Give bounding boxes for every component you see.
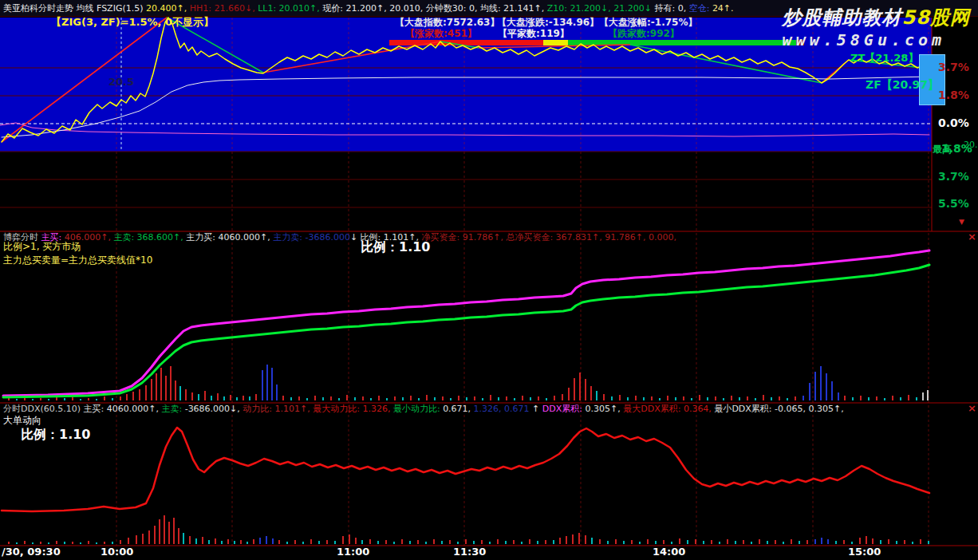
text-segment: 0.305↑,	[586, 404, 624, 414]
text-segment: 净买资金: 91.786↑,	[422, 232, 507, 243]
text-segment: 主卖:	[161, 404, 184, 414]
text-segment: 主力买: 4060.000↑,	[186, 232, 273, 243]
text-segment: 空仓:	[689, 3, 712, 14]
charts-overlay	[0, 0, 978, 560]
text-segment: 主买: 4060.000↑,	[84, 404, 162, 414]
text-segment: LL1: 20.010↑,	[258, 3, 322, 14]
text-segment: 最大DDX累积: 0.364,	[623, 404, 714, 414]
axis-minus-3-7: 3.7%	[938, 171, 969, 183]
text-segment: 368.600↑,	[137, 232, 187, 243]
text-segment: HH1: 21.660↓,	[190, 3, 258, 14]
axis-plus-3-7: 3.7%	[938, 61, 969, 73]
ddx-ratio-value: 比例：1.10	[21, 428, 90, 442]
ddx-close-icon[interactable]: ×	[968, 403, 976, 414]
text-segment: 均线: 21.141↑,	[480, 3, 547, 14]
game-close-icon[interactable]: ×	[968, 231, 976, 243]
text-segment: 1.326, 0.671	[474, 404, 530, 414]
text-segment: 分钟数30: 0,	[426, 3, 480, 14]
zt-price-label: ZT【21.28】	[850, 53, 918, 64]
game-formula-label: 主力总买卖量=主力总买卖线值*10	[3, 255, 152, 266]
watermark-line1: 炒股輔助教材58股网	[783, 5, 970, 30]
time-label-1100: 11:00	[337, 546, 369, 558]
game-ratio-value: 比例：1.10	[361, 240, 430, 254]
time-label-1000: 10:00	[101, 546, 133, 558]
text-segment: 最小动力比:	[393, 404, 443, 414]
text-segment: ↑	[530, 404, 542, 414]
watermark-text: 炒股輔助教材	[783, 6, 902, 29]
text-segment: Z10: 21.200↓, 21.200↓	[547, 3, 655, 14]
text-segment: 24↑.	[712, 3, 734, 14]
text-segment: 现价: 21.200↑, 20.010,	[322, 3, 425, 14]
text-segment: ↓	[350, 232, 361, 243]
time-label-0930: /30, 09:30	[2, 546, 61, 558]
axis-minus-5-5: 5.5%	[938, 198, 969, 210]
text-segment: 动力比: 1.101↑,	[243, 404, 313, 414]
axis-plus-1-8: 1.8%	[938, 89, 969, 101]
text-segment: 持有: 0,	[654, 3, 688, 14]
crosshair-price-label: 20.5	[108, 77, 134, 88]
text-segment: DDX累积:	[542, 404, 586, 414]
watermark: 炒股輔助教材58股网 www.58Gu.com	[783, 5, 970, 49]
game-rule-label: 比例>1, 买方市场	[3, 242, 81, 252]
text-segment: 分时DDX(60.5.10)	[3, 404, 84, 414]
game-panel-header: 博弈分时 主买: 406.000↑, 主卖: 368.600↑, 主力买: 40…	[0, 232, 978, 243]
advancers-badge: 【涨家数:451】	[405, 29, 477, 39]
text-segment: 最大动力比: 1.326,	[313, 404, 393, 414]
zig-formula-label: 【ZIG(3, ZF)=1.5%, 0不显示】	[51, 17, 214, 28]
decliners-badge: 【跌家数:992】	[608, 29, 680, 39]
text-segment: 最小DDX累积: -0.065, 0.305↑,	[714, 404, 843, 414]
ddx-trend-label: 大单动向	[3, 416, 41, 426]
time-label-1400: 14:00	[653, 546, 685, 558]
watermark-url: www.58Gu.com	[783, 30, 970, 49]
text-segment: FSZIG(1.5)	[97, 3, 146, 14]
market-pct-badge: 【大盘涨幅:-1.75%】	[599, 18, 697, 28]
axis-zero: 0.0%	[938, 117, 969, 129]
time-label-1130: 11:30	[453, 546, 486, 558]
ddx-panel-header: 分时DDX(60.5.10) 主买: 4060.000↑, 主卖: -3686.…	[0, 404, 978, 415]
text-segment: 总净买资金: 367.831↑, 91.786↑, 0.000,	[506, 232, 676, 243]
high-value: 20.	[964, 140, 978, 150]
scroll-arrow-icon: ▼	[959, 219, 964, 227]
market-change-badge: 【大盘涨跌:-134.96】	[497, 18, 599, 28]
text-segment: 美亚柏科分时走势	[3, 3, 77, 14]
text-segment: 均线	[77, 3, 97, 14]
text-segment: 主卖:	[113, 232, 136, 243]
text-segment: 主力卖: -3686.000	[273, 232, 350, 243]
watermark-brand: 58股网	[902, 6, 970, 29]
text-segment: -3686.000↓,	[185, 404, 243, 414]
time-label-1500: 15:00	[848, 546, 881, 558]
text-segment: 0.671,	[443, 404, 473, 414]
zf-price-label: ZF【20.97】	[866, 79, 939, 91]
stock-trading-app-window: 美亚柏科分时走势 均线 FSZIG(1.5) 20.400↑, HH1: 21.…	[0, 0, 978, 560]
text-segment: 20.400↑,	[146, 3, 190, 14]
unchanged-badge: 【平家数:119】	[498, 29, 570, 39]
market-index-badge: 【大盘指数:7572.63】	[395, 18, 499, 28]
